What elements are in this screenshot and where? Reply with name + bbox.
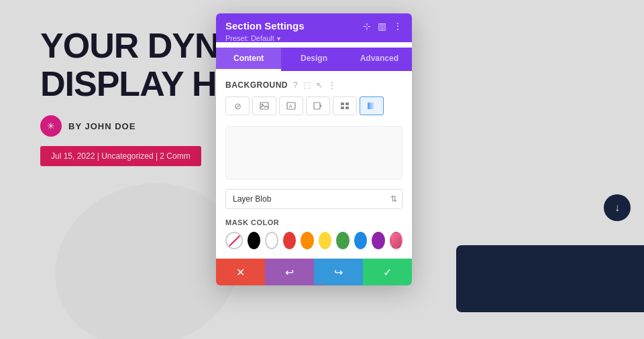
cancel-button[interactable]: ✕ [216, 259, 265, 285]
svg-rect-8 [345, 103, 349, 105]
tab-content[interactable]: Content [216, 48, 281, 71]
svg-rect-11 [368, 103, 376, 109]
bg-type-text[interactable]: A [279, 96, 303, 115]
color-swatch-orange[interactable] [301, 232, 313, 249]
svg-marker-6 [320, 105, 322, 107]
color-swatch-green[interactable] [336, 232, 349, 249]
svg-rect-7 [341, 103, 344, 105]
layer-select-wrapper: Layer Blob Layer Wave Layer Circle Layer… [225, 189, 402, 209]
tab-advanced[interactable]: Advanced [347, 48, 412, 71]
color-swatch-purple[interactable] [372, 232, 384, 249]
panel-header: Section Settings ⊹ ▥ ⋮ Preset: Default [216, 13, 412, 42]
svg-text:A: A [289, 104, 292, 109]
panel-body: Background ? ⬚ ↖ ⋮ ⊘ A [216, 71, 412, 259]
panel-title-row: Section Settings ⊹ ▥ ⋮ [225, 20, 402, 31]
tab-design[interactable]: Design [281, 48, 346, 71]
background-label: Background [225, 80, 288, 90]
color-swatch-custom[interactable] [390, 232, 402, 249]
color-swatch-black[interactable] [248, 232, 260, 249]
panel-title: Section Settings [225, 20, 305, 31]
svg-rect-5 [314, 103, 320, 109]
more-options-indicator[interactable]: • • • [299, 285, 329, 285]
preset-selector[interactable]: Preset: Default [225, 34, 402, 42]
bg-type-none[interactable]: ⊘ [225, 96, 250, 115]
panel-header-icons: ⊹ ▥ ⋮ [363, 21, 402, 31]
more-icon[interactable]: ⋮ [393, 21, 402, 31]
bg-label-row: Background ? ⬚ ↖ ⋮ [225, 80, 402, 90]
layer-select[interactable]: Layer Blob Layer Wave Layer Circle Layer… [225, 189, 402, 209]
columns-icon[interactable]: ▥ [378, 21, 386, 31]
color-swatches [225, 232, 402, 249]
settings-panel: Section Settings ⊹ ▥ ⋮ Preset: Default C… [216, 13, 412, 285]
bg-type-image[interactable] [252, 96, 276, 115]
svg-rect-1 [260, 103, 268, 109]
color-swatch-red[interactable] [283, 232, 296, 249]
svg-rect-9 [341, 107, 344, 109]
color-swatch-transparent[interactable] [225, 232, 243, 249]
bg-type-pattern[interactable] [333, 96, 357, 115]
bg-type-gradient[interactable] [360, 96, 384, 115]
color-swatch-white[interactable] [265, 232, 278, 249]
color-swatch-blue[interactable] [354, 232, 367, 249]
help-icon[interactable]: ? [293, 80, 298, 90]
svg-rect-10 [345, 107, 349, 109]
bg-type-selector: ⊘ A [225, 96, 402, 115]
mask-color-label: Mask Color [225, 218, 402, 226]
cursor-icon[interactable]: ↖ [316, 80, 323, 90]
color-preview [225, 126, 402, 180]
bg-more-icon[interactable]: ⋮ [328, 80, 336, 90]
bg-type-video[interactable] [306, 96, 330, 115]
save-button[interactable]: ✓ [363, 259, 412, 285]
link-icon[interactable]: ⬚ [303, 80, 311, 90]
color-swatch-yellow[interactable] [319, 232, 331, 249]
fullscreen-icon[interactable]: ⊹ [363, 21, 371, 31]
undo-button[interactable]: ↩ [265, 259, 314, 285]
redo-button[interactable]: ↪ [314, 259, 363, 285]
panel-tabs: Content Design Advanced [216, 48, 412, 71]
panel-actions: ✕ ↩ ↪ ✓ [216, 259, 412, 285]
